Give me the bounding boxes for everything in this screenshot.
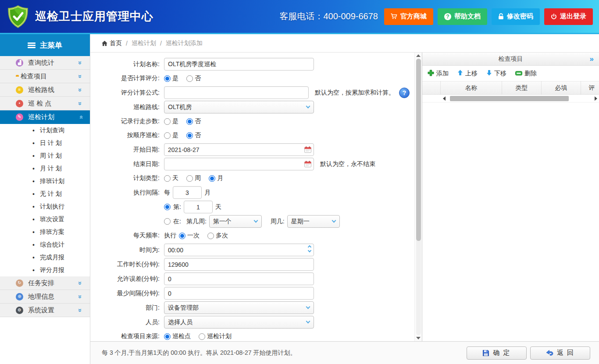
bullet-icon: • — [32, 140, 35, 147]
shop-button[interactable]: 官方商城 — [384, 8, 433, 25]
sidebar-subitem[interactable]: •计划查询 — [0, 124, 90, 137]
form-row-personnel: 人员:选择人员 — [90, 316, 414, 329]
day-of-month-input[interactable]: 1 — [184, 201, 213, 213]
sidebar-subitem[interactable]: •计划执行 — [0, 200, 90, 213]
breadcrumb-plans[interactable]: 巡检计划 — [132, 39, 156, 47]
route-select[interactable]: OLT机房 — [164, 101, 314, 113]
footer-bar: 每 3 个月,于当月第1天的 00:00 执行。将从 2021-08-27 开始… — [90, 341, 599, 364]
work-duration-input[interactable]: 129600 — [164, 258, 314, 271]
column-header[interactable]: 评 — [581, 81, 599, 94]
calendar-icon[interactable] — [304, 161, 311, 169]
plan-type-radio-1[interactable] — [186, 175, 193, 182]
column-header[interactable]: 必填 — [542, 81, 581, 94]
form-scrollbar[interactable] — [414, 53, 422, 341]
back-button[interactable]: 返 回 — [530, 346, 590, 360]
plan-type-radio-0[interactable] — [164, 175, 171, 182]
scrollbar-up-icon[interactable] — [416, 54, 421, 57]
column-header[interactable] — [422, 81, 441, 94]
calendar-icon[interactable] — [304, 146, 311, 154]
delete-button[interactable]: 删除 — [515, 70, 537, 78]
sidebar-group-label: 检查项目 — [21, 72, 47, 81]
on-week-1-select[interactable]: 星期一 — [287, 215, 340, 228]
change-password-button[interactable]: 修改密码 — [492, 8, 540, 25]
sidebar-subitem[interactable]: •评分月报 — [0, 264, 90, 276]
hscroll-track[interactable] — [446, 96, 591, 101]
sidebar-item-geo[interactable]: ⊕地理信息» — [0, 290, 90, 304]
in-order-radio-1[interactable] — [186, 132, 193, 139]
plan-name-input[interactable]: OLT机房季度巡检 — [164, 58, 314, 71]
sidebar-item-tasks[interactable]: ↻任务安排» — [0, 276, 90, 290]
menu-icon — [28, 42, 36, 48]
department-select[interactable]: 设备管理部 — [164, 301, 314, 314]
sidebar-subitem[interactable]: •排班方案 — [0, 226, 90, 238]
form-row-day-of-month: 第:1天 — [90, 201, 414, 213]
sidebar-item-check-items[interactable]: 检查项目» — [0, 70, 90, 83]
sidebar-subitem[interactable]: •综合统计 — [0, 238, 90, 251]
save-icon — [482, 350, 489, 357]
hscroll-left-icon[interactable] — [443, 96, 446, 101]
sidebar-item-plans[interactable]: ✎巡检计划» — [0, 110, 90, 124]
personnel-select[interactable]: 选择人员 — [164, 316, 314, 329]
field-label: 允许误差(分钟): — [90, 275, 164, 283]
scrollbar-thumb[interactable] — [416, 59, 421, 241]
check-items-toolbar: 添加上移下移删除 — [422, 66, 599, 81]
move-up-button[interactable]: 上移 — [457, 70, 478, 78]
confirm-button[interactable]: 确 定 — [467, 346, 527, 360]
sidebar-subitem[interactable]: •周 计 划 — [0, 149, 90, 162]
sidebar-subitem[interactable]: •完成月报 — [0, 251, 90, 264]
allowed-error-input[interactable]: 0 — [164, 272, 314, 285]
column-header[interactable]: 类型 — [502, 81, 542, 94]
in-order-radio-0[interactable] — [164, 132, 171, 139]
calc-score-radio-0[interactable] — [164, 75, 171, 82]
chevron-down-icon — [306, 305, 310, 309]
end-date-input[interactable] — [164, 158, 314, 170]
start-date-input[interactable]: 2021-08-27 — [164, 143, 314, 156]
sidebar-item-settings[interactable]: ⚙系统设置» — [0, 304, 90, 317]
day-of-month-radio[interactable] — [164, 204, 171, 210]
record-steps-radio-1[interactable] — [186, 118, 193, 125]
sidebar-subitem-label: 无 计 划 — [40, 190, 62, 198]
daily-frequency-radio-1[interactable] — [207, 233, 214, 239]
sidebar-item-routes[interactable]: ≡巡检路线» — [0, 83, 90, 97]
plan-type-radio-2[interactable] — [209, 175, 215, 182]
panel-collapse-icon[interactable]: » — [590, 55, 594, 63]
record-steps-radio-0[interactable] — [164, 118, 171, 125]
toolbar-button-label: 删除 — [524, 70, 537, 78]
move-down-button[interactable]: 下移 — [486, 70, 506, 78]
on-week-0-select[interactable]: 第一个 — [209, 215, 262, 228]
sidebar: 主菜单 ▟查询统计»检查项目»≡巡检路线»•巡 检 点»✎巡检计划»•计划查询•… — [0, 34, 90, 364]
add-button[interactable]: 添加 — [428, 70, 449, 78]
sidebar-subitem[interactable]: •月 计 划 — [0, 162, 90, 175]
sidebar-subitem[interactable]: •无 计 划 — [0, 187, 90, 200]
exec-time-input[interactable]: 00:00 — [164, 244, 314, 256]
calc-score-radio-1[interactable] — [186, 75, 193, 82]
logout-button[interactable]: 退出登录 — [544, 8, 593, 25]
daily-frequency-radio-0[interactable] — [179, 233, 185, 239]
time-spinner[interactable] — [308, 246, 311, 252]
sidebar-item-points[interactable]: •巡 检 点» — [0, 97, 90, 110]
scrollbar-down-icon[interactable] — [416, 337, 421, 339]
spinner-down-icon[interactable] — [308, 249, 311, 252]
column-header[interactable]: 名称 — [441, 81, 502, 94]
score-formula-input[interactable] — [164, 86, 309, 99]
sidebar-subitem[interactable]: •日 计 划 — [0, 137, 90, 149]
sidebar-item-query-stats[interactable]: ▟查询统计» — [0, 56, 90, 70]
docs-button[interactable]: ?帮助文档 — [438, 8, 487, 25]
interval-input[interactable]: 3 — [173, 186, 202, 199]
field-label: 记录行走步数: — [90, 117, 164, 125]
scrollbar-track[interactable] — [416, 59, 421, 335]
sidebar-subitem[interactable]: •班次设置 — [0, 213, 90, 226]
check-item-source-radio-0[interactable] — [164, 333, 171, 340]
help-button[interactable]: ? — [399, 88, 410, 98]
sidebar-subitem[interactable]: •排班计划 — [0, 175, 90, 187]
field-label: 最少间隔(分钟): — [90, 290, 164, 297]
hscroll-right-icon[interactable] — [595, 96, 597, 101]
service-phone: 客服电话：400-009-6678 — [279, 11, 378, 22]
check-items-hscrollbar[interactable] — [422, 95, 599, 102]
hscroll-thumb[interactable] — [450, 96, 569, 101]
check-item-source-radio-1[interactable] — [199, 333, 205, 340]
breadcrumb-home[interactable]: 首页 — [102, 39, 122, 47]
sidebar-subitem-label: 排班方案 — [40, 228, 64, 236]
on-week-radio[interactable] — [164, 218, 171, 225]
min-interval-input[interactable]: 0 — [164, 287, 314, 300]
